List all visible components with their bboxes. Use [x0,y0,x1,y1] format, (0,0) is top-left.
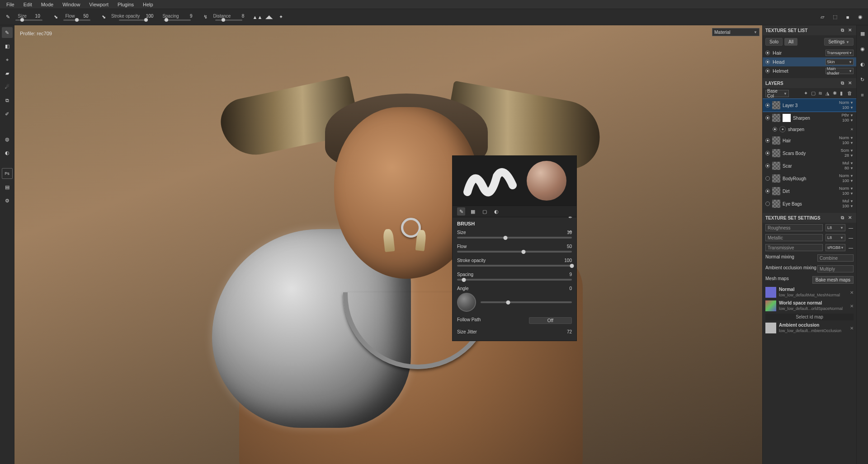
brush-tab-stencil[interactable]: ▢ [481,207,489,216]
close-icon[interactable]: ✕ [848,215,854,220]
layer-visibility[interactable] [765,176,770,181]
undock-icon[interactable]: ⧉ [841,28,846,33]
layer-row[interactable]: Scars BodyScrn▼28▼ [763,147,856,159]
layer-row[interactable]: Layer 3Norm▼100▼ [763,99,856,112]
clear-map-button[interactable]: ✕ [850,304,854,309]
mirror-icon[interactable]: ◢◣ [265,13,273,21]
layer-visibility[interactable] [765,189,770,193]
paint-tool[interactable]: ✎ [2,27,13,38]
panel-light-icon[interactable]: ◉ [857,43,868,54]
channel-format-dropdown[interactable]: L8▼ [826,224,845,231]
texture-set-row[interactable]: Hair Transaprent▼ [763,48,856,57]
close-icon[interactable]: ✕ [848,28,854,33]
camera-photo-icon[interactable]: ◉ [856,13,864,21]
panel-log-icon[interactable]: ≡ [857,89,868,100]
angle-slider[interactable] [481,301,572,303]
close-icon[interactable]: ✕ [848,80,854,86]
layer-row[interactable]: DirtNorm▼100▼ [763,185,856,197]
blend-mode[interactable]: Mul [843,199,849,204]
channel-format-dropdown[interactable]: L8▼ [826,234,845,241]
mesh-map-row[interactable]: Normallow_low_defaultMat_MeshNormal ✕ [763,286,856,299]
menu-help[interactable]: Help [138,2,158,7]
stack-icon[interactable]: ≋ [818,90,825,97]
size-slider[interactable] [15,19,42,21]
layer-visibility[interactable] [765,138,770,143]
layer-row[interactable]: HairNorm▼100▼ [763,134,856,147]
material-tool[interactable]: ◍ [2,134,13,145]
layer-opacity[interactable]: 28 [844,153,849,158]
brush-param-slider[interactable] [457,265,572,267]
layer-opacity[interactable]: 100 [842,204,849,209]
camera-video-icon[interactable]: ■ [844,13,852,21]
clone-tool[interactable]: ⧉ [2,95,13,106]
remove-channel-button[interactable]: — [848,245,854,250]
texture-set-row[interactable]: Head Skin▼ [763,57,856,66]
3d-viewport[interactable]: Profile: rec709 Material▼ ✎ [14,25,762,464]
brush-param-slider[interactable] [457,279,572,281]
distance-slider[interactable] [215,19,242,21]
panel-history-icon[interactable]: ↻ [857,74,868,85]
undock-icon[interactable]: ⧉ [841,80,846,86]
channel-dropdown[interactable]: Base Col▼ [765,90,789,97]
layer-row[interactable]: ✦sharpen✕ [763,124,856,134]
brush-param-slider[interactable] [457,237,572,239]
layer-visibility[interactable] [765,103,770,108]
blend-mode[interactable]: Norm [839,173,849,178]
normal-mixing-dropdown[interactable]: Combine [817,254,854,262]
fill-tool[interactable]: ▰ [2,68,13,79]
ao-mixing-dropdown[interactable]: Multiply [817,265,854,272]
blend-mode[interactable]: Mul [843,161,849,166]
visibility-toggle[interactable] [765,69,770,73]
channel-format-dropdown[interactable]: sRGB8▼ [826,244,845,251]
material-dropdown[interactable]: Material▼ [712,28,760,36]
bake-mesh-maps-button[interactable]: Bake mesh maps [812,276,854,284]
blend-mode[interactable]: Scrn [841,148,849,153]
menu-viewport[interactable]: Viewport [85,2,113,7]
menu-plugins[interactable]: Plugins [113,2,138,7]
undock-icon[interactable]: ⧉ [841,215,846,220]
smart-icon[interactable]: ✺ [833,90,839,97]
texture-set-row[interactable]: Helmet Main shader▼ [763,66,856,75]
remove-channel-button[interactable]: — [848,235,854,240]
shader-dropdown[interactable]: Transaprent▼ [826,50,854,56]
brush-preset-icon[interactable]: ✎ [4,13,12,21]
layer-visibility[interactable] [765,116,770,120]
projection-tool[interactable]: ⌖ [2,54,13,65]
blend-mode[interactable]: Pthr [842,113,849,118]
clear-map-button[interactable]: ✕ [850,290,854,295]
flow-slider[interactable] [63,19,90,21]
layer-row[interactable]: ScarMul▼80▼ [763,159,856,172]
layer-opacity[interactable]: 100 [842,178,849,183]
shader-dropdown[interactable]: Main shader▼ [826,68,854,74]
shader-dropdown[interactable]: Skin▼ [826,59,854,65]
settings-icon[interactable]: ⚙ [2,195,13,206]
layer-row[interactable]: Eye BagsMul▼100▼ [763,197,856,210]
channel-name[interactable]: Metallic [765,234,823,241]
blend-mode[interactable]: Norm [839,100,849,105]
clear-map-button[interactable]: ✕ [850,326,854,331]
visibility-toggle[interactable] [765,51,770,55]
layer-opacity[interactable]: 100 [842,191,849,196]
perspective-icon[interactable]: ▱ [818,13,826,21]
spacing-slider[interactable] [164,19,191,21]
select-id-map-button[interactable]: Select id map [765,314,854,320]
trash-icon[interactable]: 🗑 [847,90,854,97]
pressure-size-icon[interactable]: ✒ [568,215,575,221]
mesh-map-row[interactable]: World space normallow_low_default...orld… [763,299,856,313]
menu-edit[interactable]: Edit [19,2,37,7]
ps-link-icon[interactable]: Ps [2,168,13,179]
remove-channel-button[interactable]: — [848,225,854,230]
menu-file[interactable]: File [2,2,19,7]
layer-opacity[interactable]: 80 [844,166,849,171]
all-button[interactable]: All [784,38,797,46]
channel-name[interactable]: Transmissive [765,244,823,251]
panel-layout-icon[interactable]: ▦ [857,28,868,39]
symmetry-icon[interactable]: ▲▲ [253,13,261,21]
blend-mode[interactable]: Norm [839,186,849,191]
layer-visibility[interactable] [765,151,770,155]
follow-path-toggle[interactable]: Off [529,317,572,324]
lazy-mouse-icon[interactable]: ↯ [202,13,210,21]
menu-window[interactable]: Window [58,2,85,7]
pressure-flow-icon[interactable]: ✒ [568,229,575,235]
layer-opacity[interactable]: 100 [842,105,849,110]
